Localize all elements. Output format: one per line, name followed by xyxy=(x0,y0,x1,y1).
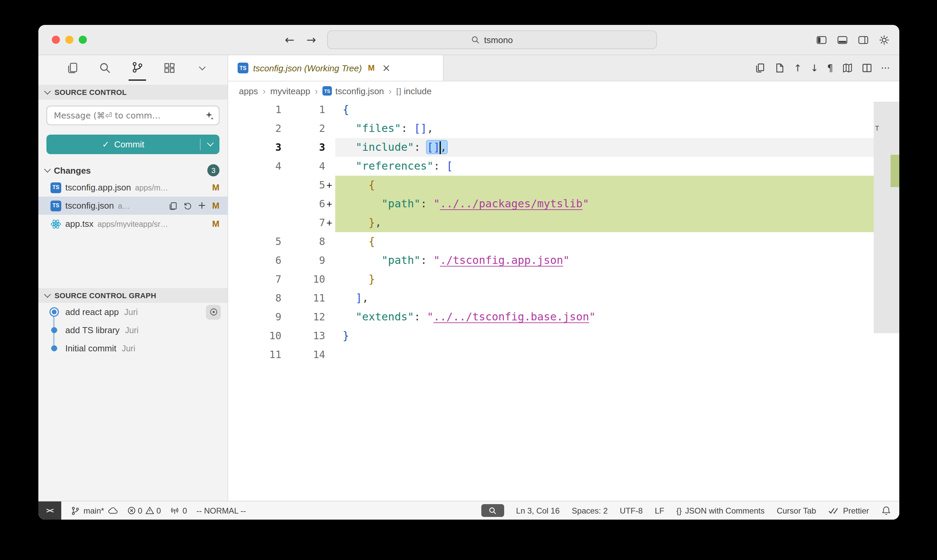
explorer-icon[interactable] xyxy=(64,55,82,81)
changed-file-row[interactable]: app.tsxapps/myviteapp/sr…M xyxy=(38,215,228,233)
code-line[interactable]: 912 "extends": "../../tsconfig.base.json… xyxy=(228,308,899,326)
scrollbar-thumb[interactable] xyxy=(874,102,899,333)
forward-icon[interactable]: → xyxy=(307,33,316,46)
code-line[interactable]: 33 "include": [], xyxy=(228,138,899,157)
previous-change-icon[interactable]: ↑ xyxy=(794,63,802,73)
changed-file-row[interactable]: TStsconfig.app.jsonapps/m…M xyxy=(38,178,228,197)
notifications-bell-icon[interactable] xyxy=(881,506,891,515)
commit-target-button[interactable] xyxy=(206,305,221,319)
code-line[interactable]: 710 } xyxy=(228,270,899,289)
changes-label: Changes xyxy=(54,165,91,175)
ts-icon: TS xyxy=(322,86,332,95)
breadcrumb-item[interactable]: TStsconfig.json xyxy=(322,86,384,96)
array-symbol-icon: [ ] xyxy=(397,87,400,95)
changes-tree-header[interactable]: Changes 3 xyxy=(38,162,228,178)
commit-message-input[interactable] xyxy=(46,106,220,125)
changed-file-row[interactable]: TStsconfig.jsona…+M xyxy=(38,197,228,215)
stage-changes-icon[interactable]: + xyxy=(198,201,206,211)
toggle-primary-sidebar-icon[interactable] xyxy=(816,34,827,45)
ports-status[interactable]: 0 xyxy=(170,506,187,515)
indentation-status[interactable]: Spaces: 2 xyxy=(572,506,608,515)
code-line[interactable]: 1013} xyxy=(228,326,899,345)
source-control-view-icon[interactable] xyxy=(129,55,146,81)
cursor-tab-status[interactable]: Cursor Tab xyxy=(777,506,816,515)
code-line[interactable]: 5+ { xyxy=(228,176,899,194)
new-line-number: 12 xyxy=(282,308,325,326)
code-line[interactable]: 22 "files": [], xyxy=(228,119,899,138)
source-control-graph-header[interactable]: SOURCE CONTROL GRAPH xyxy=(38,288,228,303)
open-file-icon[interactable] xyxy=(168,201,177,210)
breadcrumb-item[interactable]: myviteapp xyxy=(270,86,310,96)
maximize-window-button[interactable] xyxy=(79,36,87,44)
code-line[interactable]: 44 "references": [ xyxy=(228,157,899,176)
old-line-number: 7 xyxy=(228,270,282,289)
breadcrumb-item[interactable]: [ ]include xyxy=(397,86,432,96)
breadcrumb-item[interactable]: apps xyxy=(239,86,258,96)
tab-tsconfig-working-tree[interactable]: TS tsconfig.json (Working Tree) M × xyxy=(228,55,444,81)
code-line[interactable]: 811 ], xyxy=(228,289,899,308)
eol-status[interactable]: LF xyxy=(655,506,665,515)
changes-count-badge: 3 xyxy=(207,164,220,176)
commit-author: Juri xyxy=(122,344,135,353)
open-changes-icon[interactable] xyxy=(755,63,766,73)
commit-row[interactable]: add react appJuri xyxy=(38,303,228,321)
next-change-icon[interactable]: ↓ xyxy=(811,63,818,73)
remote-indicator[interactable]: >< xyxy=(38,502,61,520)
remote-icon: >< xyxy=(46,507,53,514)
new-line-number: 13 xyxy=(282,326,325,345)
code-line[interactable]: 7+ }, xyxy=(228,213,899,232)
open-file-icon[interactable] xyxy=(774,63,785,73)
encoding-status[interactable]: UTF-8 xyxy=(620,506,643,515)
code-line[interactable]: 6+ "path": "../../packages/mytslib" xyxy=(228,194,899,213)
old-line-number: 6 xyxy=(228,251,282,270)
file-link[interactable]: ../../tsconfig.base.json xyxy=(434,310,589,323)
map-outline-icon[interactable] xyxy=(842,63,852,73)
cursor-position-status[interactable]: Ln 3, Col 16 xyxy=(516,506,559,515)
commit-row[interactable]: Initial commitJuri xyxy=(38,339,228,357)
problems-status[interactable]: 0 0 xyxy=(127,506,161,515)
render-whitespace-icon[interactable]: ¶ xyxy=(827,63,833,73)
commit-dot-icon xyxy=(48,345,60,351)
minimap[interactable]: T xyxy=(874,100,899,501)
file-link[interactable]: ../../packages/mytslib xyxy=(440,197,583,210)
more-actions-icon[interactable]: ··· xyxy=(881,63,890,73)
zoom-status-chip[interactable] xyxy=(481,504,504,517)
branch-status[interactable]: main* xyxy=(71,506,117,515)
minimize-window-button[interactable] xyxy=(65,36,73,44)
title-bar[interactable]: ← → tsmono xyxy=(38,25,899,55)
vim-mode-status[interactable]: -- NORMAL -- xyxy=(197,506,246,515)
code-line[interactable]: 11{ xyxy=(228,100,899,119)
toggle-panel-icon[interactable] xyxy=(837,34,848,45)
commit-button[interactable]: ✓ Commit xyxy=(46,135,220,154)
added-line-marker: + xyxy=(325,176,335,194)
command-center-search[interactable]: tsmono xyxy=(327,30,657,49)
code-line[interactable]: 58 { xyxy=(228,232,899,251)
settings-gear-icon[interactable] xyxy=(879,34,890,45)
copilot-sparkle-icon[interactable] xyxy=(204,111,214,123)
back-icon[interactable]: ← xyxy=(285,33,294,46)
commit-row[interactable]: add TS libraryJuri xyxy=(38,321,228,339)
code-line[interactable]: 69 "path": "./tsconfig.app.json" xyxy=(228,251,899,270)
search-view-icon[interactable] xyxy=(96,55,114,81)
file-link[interactable]: ./tsconfig.app.json xyxy=(440,254,563,266)
commit-dropdown-button[interactable] xyxy=(201,143,220,145)
magnifier-icon xyxy=(488,506,497,515)
close-window-button[interactable] xyxy=(52,36,60,44)
toggle-secondary-sidebar-icon[interactable] xyxy=(858,34,869,45)
added-line-marker xyxy=(325,308,335,326)
split-editor-icon[interactable] xyxy=(861,63,872,73)
formatter-status[interactable]: Prettier xyxy=(828,506,869,515)
source-control-section-header[interactable]: SOURCE CONTROL xyxy=(38,85,228,100)
commit-author: Juri xyxy=(125,325,138,335)
close-tab-icon[interactable]: × xyxy=(382,62,391,74)
new-line-number: 6 xyxy=(282,194,325,213)
discard-changes-icon[interactable] xyxy=(183,201,192,210)
new-line-number: 11 xyxy=(282,289,325,308)
breadcrumb: apps›myviteapp›TStsconfig.json›[ ]includ… xyxy=(228,82,899,100)
new-line-number: 5 xyxy=(282,176,325,194)
language-mode-status[interactable]: {} JSON with Comments xyxy=(677,506,765,515)
more-views-chevron-icon[interactable] xyxy=(193,55,211,81)
extensions-view-icon[interactable] xyxy=(161,55,178,81)
code-line[interactable]: 1114 xyxy=(228,345,899,364)
code-text: "extends": "../../tsconfig.base.json" xyxy=(335,308,874,326)
